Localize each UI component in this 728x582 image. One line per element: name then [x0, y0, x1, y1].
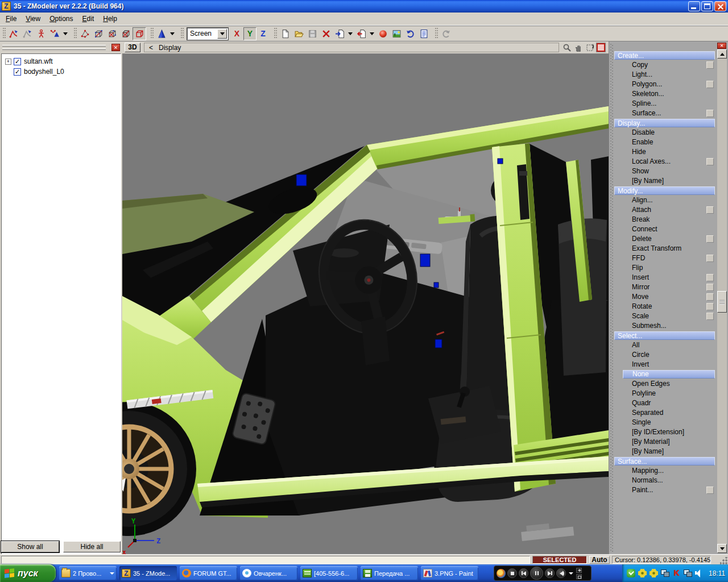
volume-button[interactable]	[556, 568, 566, 578]
panel-close-button[interactable]: ✕	[717, 43, 726, 49]
icq-flower-icon[interactable]	[638, 569, 647, 577]
cmd-disable[interactable]: Disable	[614, 128, 715, 138]
cmd-spline[interactable]: Spline...	[614, 99, 715, 109]
undo-button[interactable]	[403, 27, 417, 40]
zoom-icon[interactable]	[562, 43, 572, 52]
view-mode-tab[interactable]: 3D	[125, 43, 140, 52]
objects-level-button[interactable]	[133, 27, 146, 40]
panel-drag-handle[interactable]	[610, 44, 613, 552]
previous-track-button[interactable]	[519, 568, 528, 578]
resize-grip[interactable]	[720, 557, 727, 564]
options-checkbox[interactable]	[706, 293, 714, 301]
toolbar-grip[interactable]	[73, 28, 77, 39]
cmd-skeleton[interactable]: Skeleton...	[614, 89, 715, 99]
expand-icon[interactable]: +	[5, 59, 11, 65]
cmd-insert[interactable]: Insert	[614, 273, 715, 282]
options-checkbox[interactable]	[706, 235, 714, 243]
taskbar-button-2[interactable]: 2 Прово...	[59, 566, 117, 580]
axis-y-button[interactable]: Y	[243, 27, 257, 40]
toolbar-grip[interactable]	[2, 28, 6, 39]
section-header-select[interactable]: Select...	[614, 331, 715, 340]
pan-hand-icon[interactable]	[574, 43, 583, 52]
options-checkbox[interactable]	[706, 303, 714, 310]
chevron-down-icon[interactable]	[569, 572, 573, 575]
cmd-by-name[interactable]: [By Name]	[614, 176, 715, 186]
maximize-viewport-button[interactable]	[597, 43, 605, 52]
options-checkbox[interactable]	[706, 284, 714, 291]
cmd-normals[interactable]: Normals...	[614, 476, 715, 485]
section-header-display[interactable]: Display...	[614, 119, 715, 127]
cmd-light[interactable]: Light...	[614, 70, 715, 80]
chevron-down-icon[interactable]	[370, 32, 374, 35]
cmd-delete[interactable]: Delete	[614, 234, 715, 244]
taskbar-button-35-zmode[interactable]: 35 - ZMode...	[119, 566, 177, 580]
viewport-canvas[interactable]: Y Z x	[122, 53, 609, 554]
cmd-separated[interactable]: Separated	[614, 408, 715, 418]
vertices-level-button[interactable]	[78, 27, 92, 40]
icq-flower-icon[interactable]	[650, 569, 658, 577]
locator-cone-button[interactable]	[155, 27, 168, 40]
toolbar-grip[interactable]	[180, 28, 184, 39]
toolbar-grip[interactable]	[274, 28, 278, 39]
axis-z-button[interactable]: Z	[257, 27, 270, 40]
taskbar-button-405-556-6[interactable]: [405-556-6...	[300, 566, 358, 580]
cmd-single[interactable]: Single	[614, 418, 715, 427]
visibility-checkbox[interactable]: ✓	[14, 58, 21, 65]
faces-level-button[interactable]	[105, 27, 119, 40]
minimize-button[interactable]	[688, 1, 700, 11]
cmd-local-axes[interactable]: Local Axes...	[614, 157, 715, 167]
toolbar-grip[interactable]	[150, 28, 154, 39]
viewport-breadcrumb-bar[interactable]: < Display	[144, 43, 559, 52]
cmd-none[interactable]: None	[623, 370, 715, 379]
cmd-submesh[interactable]: Submesh...	[614, 321, 715, 331]
scrollbar-thumb[interactable]	[717, 291, 727, 313]
redo-button[interactable]	[439, 27, 453, 40]
section-header-surface[interactable]: Surface...	[614, 457, 715, 465]
cmd-copy[interactable]: Copy	[614, 60, 715, 70]
cmd-attach[interactable]: Attach	[614, 205, 715, 215]
visibility-checkbox[interactable]: ✓	[14, 68, 21, 76]
options-checkbox[interactable]	[706, 158, 714, 165]
save-button[interactable]	[305, 27, 319, 40]
menu-help[interactable]: Help	[98, 13, 122, 24]
scroll-down-button[interactable]	[717, 544, 727, 553]
cmd-break[interactable]: Break	[614, 215, 715, 225]
tree-label[interactable]: bodyshell_L0	[24, 68, 64, 76]
menu-view[interactable]: View	[21, 13, 45, 24]
network-icon[interactable]	[661, 569, 669, 577]
export-button[interactable]	[354, 27, 368, 40]
cmd-ffd[interactable]: FFD	[614, 253, 715, 263]
notes-button[interactable]	[417, 27, 431, 40]
ik-chain-button[interactable]	[20, 27, 34, 40]
options-checkbox[interactable]	[706, 313, 714, 320]
cmd-mapping[interactable]: Mapping...	[614, 466, 715, 476]
hide-all-button[interactable]: Hide all	[63, 541, 121, 552]
taskbar-button-3-png-paint[interactable]: 3.PNG - Paint	[421, 566, 478, 580]
tree-item-bodyshell-l0[interactable]: ✓bodyshell_L0	[3, 66, 119, 77]
menu-options[interactable]: Options	[45, 13, 77, 24]
options-checkbox[interactable]	[706, 487, 714, 494]
section-header-modify[interactable]: Modify...	[614, 186, 715, 195]
network-icon[interactable]	[684, 569, 692, 577]
screen-mode-select[interactable]: Screen	[187, 28, 228, 40]
pause-button[interactable]	[530, 567, 543, 580]
taskbar-button-[interactable]: Овчаренк...	[240, 566, 297, 580]
chevron-down-icon[interactable]	[170, 32, 175, 35]
chevron-down-icon[interactable]	[63, 32, 68, 35]
restore-player-button[interactable]	[576, 574, 582, 579]
texture-browser-button[interactable]	[390, 27, 403, 40]
cmd-polygon[interactable]: Polygon...	[614, 80, 715, 89]
toolbar-grip[interactable]	[435, 28, 439, 39]
cmd-show[interactable]: Show	[614, 167, 715, 176]
cmd-all[interactable]: All	[614, 340, 715, 350]
skeleton-bind-button[interactable]	[48, 27, 61, 40]
axis-x-button[interactable]: X	[230, 27, 243, 40]
scroll-up-button[interactable]	[717, 49, 727, 59]
taskbar-button-forum-gt[interactable]: FORUM GT...	[180, 566, 237, 580]
cmd-by-name[interactable]: [By Name]	[614, 447, 715, 456]
options-checkbox[interactable]	[706, 81, 714, 88]
options-checkbox[interactable]	[706, 61, 714, 69]
cmd-enable[interactable]: Enable	[614, 138, 715, 147]
open-file-button[interactable]	[292, 27, 305, 40]
cmd-align[interactable]: Align...	[614, 196, 715, 205]
